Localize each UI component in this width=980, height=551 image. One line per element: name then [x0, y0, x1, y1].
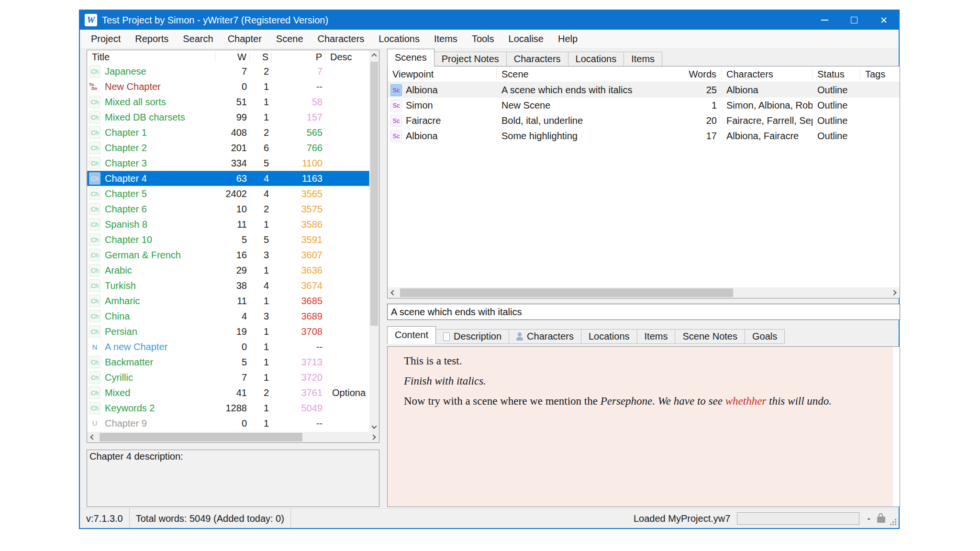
total-words-label: Total words: 5049 (Added today: 0) [130, 509, 291, 528]
scene-row-new-scene[interactable]: ScSimonNew Scene1Simon, Albiona, Rob...O… [388, 98, 900, 113]
resize-grip[interactable] [890, 519, 897, 526]
menu-item-scene[interactable]: Scene [269, 31, 311, 47]
tree-row-chapter-2[interactable]: ChChapter 22016766 [87, 140, 369, 155]
tree-row-spanish-8[interactable]: ChSpanish 81113586 [87, 217, 369, 232]
menu-item-search[interactable]: Search [176, 31, 220, 47]
tree-row-cyrillic[interactable]: ChCyrillic713720 [87, 370, 369, 385]
tree-row-chapter-5[interactable]: ChChapter 5240243565 [87, 186, 369, 201]
scenes-cell: 1 [250, 372, 272, 383]
tab-items[interactable]: Items [624, 52, 662, 66]
content-scrollbar[interactable] [893, 347, 900, 507]
scene-status-cell: Outline [813, 100, 860, 111]
words-cell: 0 [215, 418, 250, 429]
tree-row-chapter-3[interactable]: ChChapter 333451100 [87, 155, 369, 171]
tree-row-new-chapter[interactable]: ToDoNew Chapter01-- [87, 79, 369, 94]
tree-row-japanese[interactable]: ChJapanese727 [87, 64, 369, 79]
tree-vertical-scrollbar[interactable] [369, 50, 379, 432]
tree-row-persian[interactable]: ChPersian1913708 [87, 324, 369, 339]
tree-row-chapter-4[interactable]: ChChapter 46341163 [87, 171, 369, 186]
scene-column-header-scene[interactable]: Scene [497, 68, 689, 80]
tree-column-header-s[interactable]: S [250, 52, 272, 62]
scene-column-header-characters[interactable]: Characters [722, 68, 813, 80]
tab-items[interactable]: Items [637, 329, 676, 344]
chapter-type-icon-ch: Ch [89, 264, 100, 276]
tab-locations[interactable]: Locations [568, 52, 624, 66]
scene-column-header-viewpoint[interactable]: Viewpoint [388, 68, 497, 80]
tree-row-chapter-9[interactable]: UChapter 901-- [87, 416, 369, 431]
tree-hscroll-thumb[interactable] [100, 433, 302, 441]
menu-item-tools[interactable]: Tools [465, 31, 501, 47]
tree-column-header-title[interactable]: Title [87, 52, 215, 62]
pages-cell: 3607 [272, 250, 325, 261]
menu-item-chapter[interactable]: Chapter [221, 31, 269, 47]
tab-scene-notes[interactable]: Scene Notes [675, 329, 745, 344]
menu-item-locations[interactable]: Locations [371, 31, 427, 47]
scenes-cell: 2 [250, 204, 272, 215]
tree-row-arabic[interactable]: ChArabic2913636 [87, 263, 369, 278]
menu-item-characters[interactable]: Characters [311, 31, 372, 47]
tab-description[interactable]: Description [435, 329, 509, 344]
close-button[interactable]: ✕ [869, 11, 899, 30]
pages-cell: 3708 [272, 326, 325, 337]
scroll-down-icon[interactable] [369, 422, 379, 432]
tab-characters[interactable]: Characters [509, 329, 581, 344]
tree-horizontal-scrollbar[interactable] [87, 432, 379, 442]
pages-cell: 3636 [272, 265, 325, 276]
words-cell: 10 [215, 204, 250, 215]
tree-column-header-w[interactable]: W [215, 52, 250, 62]
tree-vscroll-thumb[interactable] [370, 62, 378, 326]
tree-row-keywords-2[interactable]: ChKeywords 2128815049 [87, 400, 369, 416]
tree-row-chapter-1[interactable]: ChChapter 14082565 [87, 125, 369, 140]
tree-row-backmatter[interactable]: ChBackmatter513713 [87, 354, 369, 370]
chapter-description-box[interactable]: Chapter 4 description: [87, 450, 379, 507]
scene-title-input[interactable] [387, 304, 900, 320]
content-line: Now try with a scene where we mention th… [404, 395, 880, 408]
scene-table-horizontal-scrollbar[interactable] [388, 287, 900, 298]
menu-item-localise[interactable]: Localise [501, 31, 551, 47]
chapter-type-icon-ch: Ch [89, 356, 100, 368]
scroll-up-icon[interactable] [369, 50, 379, 60]
menu-item-project[interactable]: Project [84, 31, 128, 47]
tree-row-mixed-db-charsets[interactable]: ChMixed DB charsets991157 [87, 110, 369, 125]
tree-row-a-new-chapter[interactable]: NA new Chapter01-- [87, 339, 369, 354]
tree-row-mixed[interactable]: ChMixed4123761Optiona [87, 385, 369, 400]
scene-column-header-tags[interactable]: Tags [860, 68, 900, 80]
scroll-left-icon[interactable] [87, 432, 97, 442]
scene-content-editor[interactable]: This is a test.Finish with italics.Now t… [387, 346, 900, 507]
minimize-button[interactable] [810, 11, 839, 30]
scene-hscroll-thumb[interactable] [400, 288, 733, 297]
tab-goals[interactable]: Goals [745, 329, 785, 344]
tab-locations[interactable]: Locations [581, 329, 637, 344]
tree-row-china[interactable]: ChChina433689 [87, 309, 369, 324]
tree-column-header-desc[interactable]: Desc [325, 52, 369, 62]
scene-row-bold-ital-underline[interactable]: ScFairacreBold, ital, underline20Fairacr… [388, 113, 900, 128]
title-bar[interactable]: W Test Project by Simon - yWriter7 (Regi… [80, 11, 899, 30]
maximize-button[interactable] [839, 11, 869, 30]
tab-project-notes[interactable]: Project Notes [434, 52, 507, 66]
scenes-cell: 3 [250, 311, 272, 322]
menu-item-items[interactable]: Items [427, 31, 465, 47]
menu-item-reports[interactable]: Reports [128, 31, 176, 47]
words-cell: 19 [215, 326, 250, 337]
scroll-left-icon[interactable] [388, 288, 397, 298]
tree-row-amharic[interactable]: ChAmharic1113685 [87, 293, 369, 309]
chapter-title: Amharic [105, 296, 140, 307]
scene-column-header-status[interactable]: Status [813, 68, 860, 80]
tree-row-chapter-6[interactable]: ChChapter 61023575 [87, 201, 369, 217]
scene-words-cell: 17 [689, 131, 722, 142]
scene-row-some-highlighting[interactable]: ScAlbionaSome highlighting17Albiona, Fai… [388, 128, 900, 143]
scene-column-header-words[interactable]: Words [689, 68, 722, 80]
scroll-right-icon[interactable] [890, 288, 900, 298]
maximize-icon [851, 17, 858, 23]
scroll-right-icon[interactable] [369, 432, 379, 442]
tree-row-mixed-all-sorts[interactable]: ChMixed all sorts51158 [87, 94, 369, 110]
menu-item-help[interactable]: Help [551, 31, 585, 47]
scene-row-a-scene-which-ends-with-italics[interactable]: ScAlbionaA scene which ends with italics… [388, 82, 900, 98]
tree-row-turkish[interactable]: ChTurkish3843674 [87, 278, 369, 293]
tree-row-german-french[interactable]: ChGerman & French1633607 [87, 247, 369, 263]
tree-row-chapter-10[interactable]: ChChapter 10553591 [87, 232, 369, 247]
tab-scenes[interactable]: Scenes [387, 49, 434, 66]
tab-characters[interactable]: Characters [506, 52, 568, 66]
tree-column-header-p[interactable]: P [272, 52, 325, 62]
tab-content[interactable]: Content [387, 326, 436, 344]
